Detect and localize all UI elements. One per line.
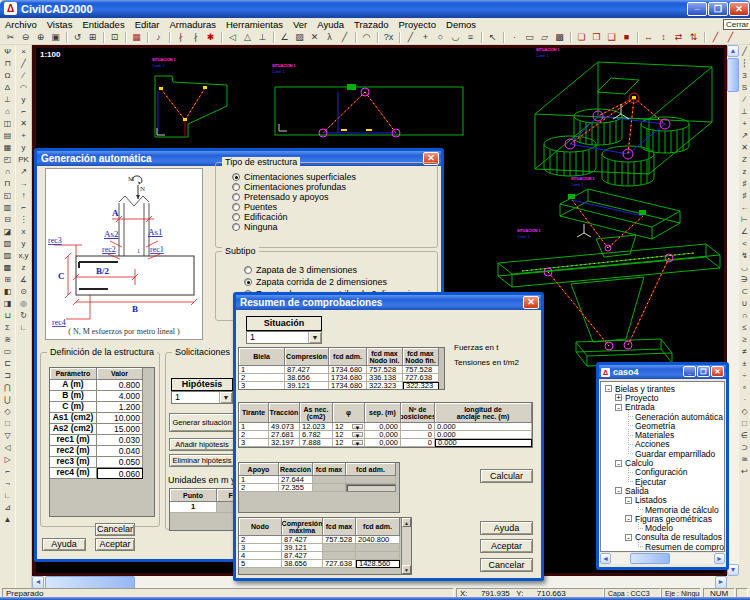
radio-option[interactable]: Pretensado y apoyos — [232, 192, 356, 202]
radio-option[interactable]: Edificación — [232, 212, 356, 222]
corner2-tool-icon[interactable]: ¬ — [1, 478, 15, 490]
arrow-ne-icon[interactable]: ↗ — [17, 166, 31, 178]
phi-dropdown-icon[interactable] — [352, 440, 363, 445]
tree-item[interactable]: Materiales — [601, 430, 724, 439]
tree-toggle-icon[interactable]: - — [625, 497, 632, 504]
break-icon[interactable]: ╱ — [708, 31, 723, 44]
toolbar-icon[interactable] — [218, 31, 225, 44]
table-row[interactable]: 3 32.197 7.888 12 0,000 0 0.000 — [239, 439, 532, 447]
swap-h-icon[interactable]: ⇄ — [671, 31, 686, 44]
ge-icon[interactable]: ≥ — [739, 334, 750, 346]
angle-edit-icon[interactable]: ∠ — [739, 226, 750, 238]
grid-deck-tool-icon[interactable]: ▦ — [1, 142, 15, 154]
scroll-left-icon[interactable]: ◄ — [600, 553, 611, 564]
toolbar-icon[interactable] — [100, 31, 107, 44]
dim-aligned-icon[interactable]: ∤ — [188, 31, 203, 44]
tree-item[interactable]: - Salida — [601, 486, 724, 495]
tree-item[interactable]: + Proyecto — [601, 393, 724, 402]
c-section-tool-icon[interactable]: ⊏ — [1, 358, 15, 370]
cup-tool-icon[interactable]: ⋃ — [1, 394, 15, 406]
z-order-icon[interactable]: Z — [739, 154, 750, 166]
close-icon[interactable] — [523, 296, 539, 309]
tree-item[interactable]: - Entrada — [601, 403, 724, 412]
zoom-window-icon[interactable]: ▣ — [48, 31, 63, 44]
scroll-down-icon[interactable]: ▼ — [402, 565, 411, 574]
sound-icon[interactable]: ♪ — [151, 31, 166, 44]
radio-option[interactable]: Puentes — [232, 202, 356, 212]
erase-icon[interactable]: ✕ — [17, 118, 31, 130]
viewport-icon[interactable]: ⊞ — [85, 31, 100, 44]
tree-toggle-icon[interactable] — [625, 478, 632, 485]
box-girder-tool-icon[interactable]: ◫ — [1, 118, 15, 130]
table-row[interactable]: C (m) 1.200 — [50, 402, 154, 413]
generar-situacion-button[interactable]: Generar situación — [169, 413, 235, 432]
window-titlebar[interactable]: caso4 Δ _ ❐ ✕ — [599, 365, 726, 379]
waves-tool-icon[interactable]: ≋ — [1, 334, 15, 346]
hipotesis-combobox[interactable]: 1 — [171, 391, 233, 404]
pm-icon[interactable]: ± — [739, 358, 750, 370]
radio-option[interactable]: Cimentaciones superficiales — [232, 172, 356, 182]
union-icon[interactable]: ∪ — [739, 298, 750, 310]
tree-toggle-icon[interactable]: - — [615, 404, 622, 411]
table-row[interactable]: 2 87.427 757.528 2040.800 — [239, 536, 411, 544]
zoom-out-icon[interactable]: ⊖ — [18, 31, 33, 44]
menu-item[interactable]: Demos — [441, 19, 481, 30]
coord-xy-icon[interactable]: x,y — [17, 250, 31, 262]
eliminar-hipotesis-button[interactable]: Eliminar hipótesis — [169, 454, 235, 467]
toolbar-icon[interactable] — [567, 31, 574, 44]
support-tool-icon[interactable]: ⊥ — [1, 94, 15, 106]
dialog-titlebar[interactable]: Resumen de comprobaciones — [236, 295, 541, 310]
delete-icon[interactable]: ✕ — [307, 31, 322, 44]
tree-toggle-icon[interactable]: - — [615, 487, 622, 494]
toolbar-icon[interactable] — [352, 31, 359, 44]
parallelogram-icon[interactable]: ▱ — [537, 31, 552, 44]
deck-slab-tool-icon[interactable]: ▤ — [1, 130, 15, 142]
tree-toggle-icon[interactable]: - — [615, 460, 622, 467]
tree-item[interactable]: Configuración — [601, 468, 724, 477]
radio-option[interactable]: Zapata de 3 dimensiones — [244, 264, 430, 276]
rotate-icon[interactable]: ↻ — [17, 310, 31, 322]
arch-tool-icon[interactable]: ∩ — [1, 166, 15, 178]
block-solid-icon[interactable]: ■ — [619, 31, 634, 44]
pier-tool-icon[interactable]: Ψ — [1, 46, 15, 58]
le-icon[interactable]: ≤ — [739, 322, 750, 334]
grid-tool-icon[interactable]: ⊞ — [1, 274, 15, 286]
hatch-panel-tool-icon[interactable]: ▧ — [1, 238, 15, 250]
line2-tool-icon[interactable]: ∕ — [17, 70, 31, 82]
coord-y-icon[interactable]: y — [17, 238, 31, 250]
trim-line-icon[interactable]: ∕ — [739, 94, 750, 106]
right-triangle-tool-icon[interactable]: ⊿ — [1, 502, 15, 514]
table-row[interactable]: As1 (cm2) 10.000 — [50, 413, 154, 424]
corner-tool-icon[interactable]: ⌐ — [1, 466, 15, 478]
point-style-icon[interactable]: · — [507, 31, 522, 44]
corner-panel-tool-icon[interactable]: ◰ — [1, 154, 15, 166]
table-row[interactable]: 1 27.644 — [239, 476, 399, 484]
tree-item[interactable]: Acciones — [601, 440, 724, 449]
return-icon[interactable]: ↩ — [739, 466, 750, 478]
table-row[interactable]: 4 87.427 — [239, 552, 411, 560]
select-icon[interactable]: ↖ — [485, 31, 500, 44]
cap-tool-icon[interactable]: ⋂ — [1, 382, 15, 394]
calcular-button[interactable]: Calcular — [480, 469, 533, 483]
maximize-button[interactable] — [708, 2, 728, 16]
truss-tool-icon[interactable]: Δ — [1, 82, 15, 94]
definicion-table[interactable]: Parámetro Valor A (m) 0.800 B (m) 4.000 … — [49, 367, 155, 517]
block-cut-icon[interactable]: ❑ — [604, 31, 619, 44]
tree-toggle-icon[interactable] — [635, 506, 642, 513]
subset-icon[interactable]: ⊂ — [739, 286, 750, 298]
ring-icon[interactable]: ∘ — [739, 382, 750, 394]
rebar2-icon[interactable]: ♯ — [739, 190, 750, 202]
phi-dropdown-icon[interactable] — [352, 424, 363, 429]
menu-item[interactable]: Trazado — [349, 19, 394, 30]
plate-tool-icon[interactable]: ▭ — [1, 346, 15, 358]
beam-tool-icon[interactable]: ⊟ — [1, 214, 15, 226]
node-add-icon[interactable]: + — [739, 118, 750, 130]
tree-horizontal-scrollbar[interactable]: ◄ ► — [600, 553, 725, 564]
half-panel-tool-icon[interactable]: ◧ — [1, 286, 15, 298]
panel-tool-icon[interactable]: ◱ — [1, 190, 15, 202]
ayuda-button[interactable]: Ayuda — [480, 521, 533, 535]
block-copy-icon[interactable]: ❏ — [574, 31, 589, 44]
chevron-down-icon[interactable] — [219, 392, 232, 403]
table-row[interactable]: 5 38.656 727.638 1428.560 — [239, 560, 411, 568]
half-panel2-tool-icon[interactable]: ◨ — [1, 298, 15, 310]
